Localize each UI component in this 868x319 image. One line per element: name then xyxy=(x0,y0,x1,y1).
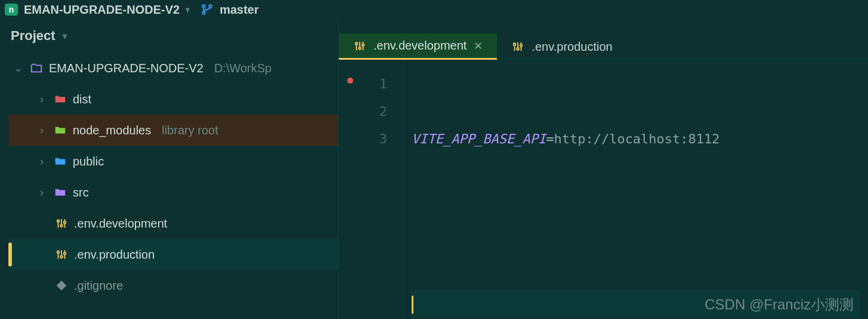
item-label: dist xyxy=(73,93,91,106)
folder-code-icon xyxy=(54,186,67,199)
item-label: src xyxy=(73,186,89,200)
tree-item-env-prod[interactable]: .env.production xyxy=(8,239,338,270)
code-line[interactable] xyxy=(412,208,860,235)
text-cursor xyxy=(412,296,413,314)
tab-env-development[interactable]: .env.development ✕ xyxy=(339,33,497,60)
chevron-right-icon: › xyxy=(36,186,48,199)
token-value: http://localhost:8112 xyxy=(554,131,719,146)
topbar: n EMAN-UPGRADE-NODE-V2 ▾ master xyxy=(0,0,868,19)
project-badge-icon: n xyxy=(5,4,18,16)
token-equals: = xyxy=(546,131,554,146)
tab-env-production[interactable]: .env.production xyxy=(497,33,626,60)
chevron-down-icon: ⌄ xyxy=(12,62,24,75)
line-gutter: 1 2 3 xyxy=(339,60,403,319)
editor-area: .env.development ✕ .env.production 1 2 3… xyxy=(339,19,868,319)
svg-point-1 xyxy=(202,11,205,14)
sliders-icon xyxy=(55,248,68,261)
sliders-icon xyxy=(55,217,68,230)
svg-point-2 xyxy=(209,5,212,8)
tree-item-public[interactable]: › public xyxy=(8,146,338,177)
code-content[interactable]: VITE_APP_BASE_API=http://localhost:8112 xyxy=(403,60,868,319)
chevron-right-icon: › xyxy=(36,124,48,137)
folder-open-icon xyxy=(30,62,43,75)
svg-point-10 xyxy=(359,47,361,49)
svg-point-13 xyxy=(517,48,520,50)
tree-item-node-modules[interactable]: › node_modules library root xyxy=(8,115,338,146)
svg-point-3 xyxy=(57,220,60,223)
tree-item-gitignore[interactable]: .gitignore xyxy=(8,270,338,301)
tree-item-src[interactable]: › src xyxy=(8,177,338,208)
editor-tabs: .env.development ✕ .env.production xyxy=(339,19,868,60)
tree-root[interactable]: ⌄ EMAN-UPGRADE-NODE-V2 D:\WorkSp xyxy=(8,53,338,84)
item-label: .env.production xyxy=(74,248,155,262)
branch-switcher[interactable]: master xyxy=(200,3,259,17)
chevron-down-icon: ▾ xyxy=(63,31,67,41)
tab-label: .env.development xyxy=(373,39,467,53)
code-editor[interactable]: 1 2 3 VITE_APP_BASE_API=http://localhost… xyxy=(339,60,868,319)
svg-point-7 xyxy=(60,256,63,258)
project-tool-window: Project ▾ ⌄ EMAN-UPGRADE-NODE-V2 D:\Work… xyxy=(0,19,339,319)
sidebar-title[interactable]: Project ▾ xyxy=(0,19,338,53)
sliders-icon xyxy=(353,39,366,53)
item-label: node_modules xyxy=(73,124,151,137)
tree-item-env-dev[interactable]: .env.development xyxy=(8,208,338,239)
item-aux: library root xyxy=(162,124,218,137)
item-label: .env.development xyxy=(74,217,167,231)
item-label: public xyxy=(73,155,104,168)
diamond-icon xyxy=(55,279,68,292)
line-number: 3 xyxy=(339,125,387,153)
svg-point-5 xyxy=(64,221,66,223)
tab-label: .env.production xyxy=(532,40,612,54)
chevron-right-icon: › xyxy=(36,155,48,168)
watermark-text: CSDN @Franciz小测测 xyxy=(705,295,854,314)
branch-icon xyxy=(200,3,214,16)
modified-dot-icon xyxy=(347,78,353,84)
branch-name: master xyxy=(220,3,259,17)
svg-point-12 xyxy=(514,44,516,46)
svg-point-4 xyxy=(60,225,63,227)
svg-point-6 xyxy=(57,251,60,254)
token-variable: VITE_APP_BASE_API xyxy=(412,131,546,146)
root-name: EMAN-UPGRADE-NODE-V2 xyxy=(49,62,203,75)
svg-point-11 xyxy=(362,44,365,46)
chevron-right-icon: › xyxy=(36,93,48,106)
line-number: 2 xyxy=(339,98,387,125)
close-icon[interactable]: ✕ xyxy=(474,39,483,53)
svg-point-8 xyxy=(64,252,66,254)
project-switcher[interactable]: n EMAN-UPGRADE-NODE-V2 ▾ xyxy=(5,3,190,17)
svg-point-0 xyxy=(202,5,205,8)
line-number: 1 xyxy=(339,70,387,98)
code-line[interactable]: VITE_APP_BASE_API=http://localhost:8112 xyxy=(412,125,860,153)
item-label: .gitignore xyxy=(74,279,123,293)
svg-point-14 xyxy=(520,44,523,47)
project-name: EMAN-UPGRADE-NODE-V2 xyxy=(24,3,180,17)
chevron-down-icon: ▾ xyxy=(186,5,190,14)
folder-icon xyxy=(54,93,67,106)
folder-web-icon xyxy=(54,155,67,168)
tree-item-dist[interactable]: › dist xyxy=(8,84,338,115)
folder-js-icon xyxy=(54,124,67,137)
svg-point-9 xyxy=(356,42,358,45)
sliders-icon xyxy=(511,40,524,53)
root-path: D:\WorkSp xyxy=(214,62,271,75)
project-tree: ⌄ EMAN-UPGRADE-NODE-V2 D:\WorkSp › dist … xyxy=(0,53,338,301)
